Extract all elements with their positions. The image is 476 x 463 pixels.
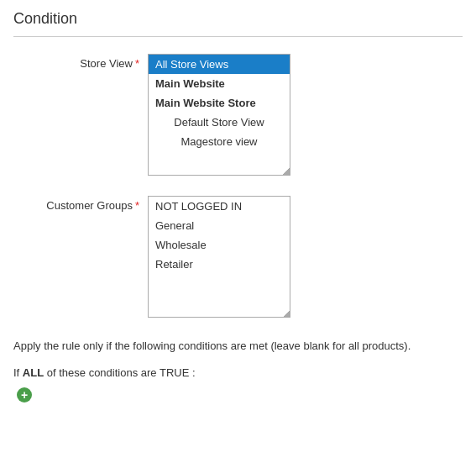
customer-groups-resize-handle[interactable] xyxy=(282,309,290,318)
customer-group-not-logged-in[interactable]: NOT LOGGED IN xyxy=(149,197,290,216)
customer-groups-label: Customer Groups* xyxy=(13,196,148,212)
customer-groups-listbox[interactable]: NOT LOGGED IN General Wholesale Retailer xyxy=(148,196,290,318)
store-view-option-main-website-store[interactable]: Main Website Store xyxy=(149,93,290,113)
customer-groups-listbox-wrapper: NOT LOGGED IN General Wholesale Retailer xyxy=(148,196,290,318)
add-condition-row: + xyxy=(13,387,463,402)
store-view-listbox[interactable]: All Store Views Main Website Main Websit… xyxy=(148,54,290,176)
customer-groups-row: Customer Groups* NOT LOGGED IN General W… xyxy=(13,196,463,318)
conditions-row: If ALL of these conditions are TRUE : xyxy=(13,366,463,379)
store-view-listbox-wrapper: All Store Views Main Website Main Websit… xyxy=(148,54,290,176)
customer-group-wholesale[interactable]: Wholesale xyxy=(149,235,290,255)
customer-group-general[interactable]: General xyxy=(149,216,290,235)
conditions-suffix: of these conditions are TRUE : xyxy=(47,366,196,379)
customer-groups-required: * xyxy=(135,199,139,212)
store-view-required: * xyxy=(135,57,139,70)
store-view-resize-handle[interactable] xyxy=(282,167,290,176)
store-view-row: Store View* All Store Views Main Website… xyxy=(13,54,463,176)
section-divider xyxy=(13,36,463,37)
store-view-option-main-website[interactable]: Main Website xyxy=(149,74,290,93)
store-view-label: Store View* xyxy=(13,54,148,70)
store-view-option-all[interactable]: All Store Views xyxy=(149,55,290,74)
section-title: Condition xyxy=(13,10,463,28)
add-condition-button[interactable]: + xyxy=(17,387,32,402)
customer-group-retailer[interactable]: Retailer xyxy=(149,255,290,274)
conditions-all-label[interactable]: ALL xyxy=(23,366,44,379)
apply-rule-text: Apply the rule only if the following con… xyxy=(13,338,463,355)
store-view-option-default-store-view[interactable]: Default Store View xyxy=(149,113,290,132)
store-view-option-magestore-view[interactable]: Magestore view xyxy=(149,132,290,151)
conditions-prefix: If xyxy=(13,366,19,379)
